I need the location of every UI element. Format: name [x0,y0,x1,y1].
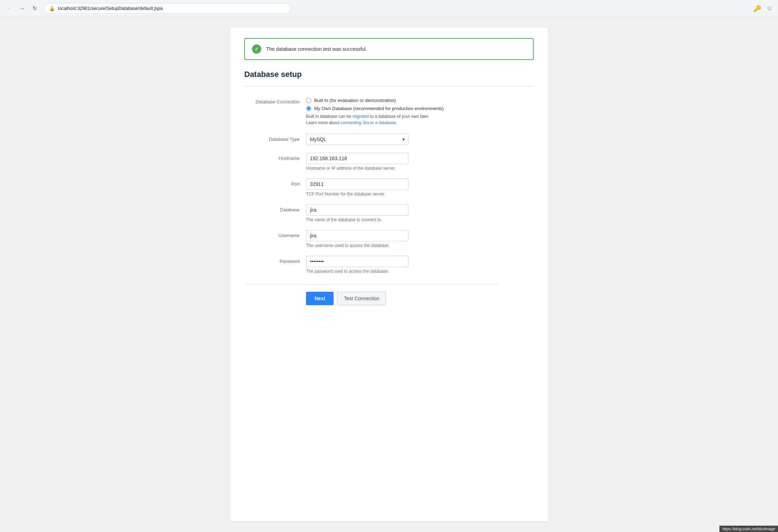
button-row: Next Test Connection [244,284,498,305]
password-row: Password The password used to access the… [244,256,498,274]
password-hint: The password used to access the database… [306,269,498,274]
database-type-select[interactable]: MySQL PostgreSQL Microsoft SQL Server Or… [306,134,408,145]
database-type-select-wrapper: MySQL PostgreSQL Microsoft SQL Server Or… [306,134,408,145]
database-name-field: The name of the database to connect to. [306,204,498,222]
radio-hint-text3: Learn more about [306,120,341,125]
radio-hint: Built in database can be migrated to a d… [306,113,498,126]
hostname-row: Hostname Hostname or IP address of the d… [244,153,498,171]
success-text: The database connection test was success… [266,46,367,52]
database-row: Database The name of the database to con… [244,204,498,222]
database-label: Database [244,204,306,212]
page-title: Database setup [244,70,534,79]
database-type-row: Database Type MySQL PostgreSQL Microsoft… [244,134,498,145]
password-label: Password [244,256,306,264]
page-wrapper: The database connection test was success… [0,17,778,532]
browser-actions: 🔑 ☆ [752,3,774,14]
next-button[interactable]: Next [306,292,334,305]
database-connection-field: Built In (for evaluation or demonstratio… [306,96,498,126]
forward-button[interactable]: → [17,4,27,13]
lock-icon: 🔒 [49,6,55,11]
hostname-input[interactable] [306,153,408,164]
radio-own-input[interactable] [306,106,311,111]
port-label: Port [244,179,306,187]
connecting-jira-link[interactable]: connecting Jira to a database [341,120,396,125]
port-field: TCP Port Number for the database server. [306,179,498,197]
password-input[interactable] [306,256,408,267]
port-row: Port TCP Port Number for the database se… [244,179,498,197]
database-name-input[interactable] [306,204,408,216]
radio-hint-text2: to a database of your own later. [369,114,429,119]
username-row: Username The username used to access the… [244,230,498,248]
key-icon[interactable]: 🔑 [752,3,762,14]
success-banner: The database connection test was success… [244,38,534,60]
browser-chrome: ← → ↻ 🔒 localhost:32901/secure/SetupData… [0,0,778,17]
database-type-field: MySQL PostgreSQL Microsoft SQL Server Or… [306,134,498,145]
address-bar[interactable]: 🔒 localhost:32901/secure/SetupDatabase!d… [44,3,291,14]
star-icon[interactable]: ☆ [765,3,774,14]
back-button[interactable]: ← [4,4,14,13]
hostname-hint: Hostname or IP address of the database s… [306,166,498,171]
section-divider [244,86,534,86]
url-text: localhost:32901/secure/SetupDatabase!def… [58,6,163,11]
hostname-field: Hostname or IP address of the database s… [306,153,498,171]
radio-group: Built In (for evaluation or demonstratio… [306,96,498,111]
port-hint: TCP Port Number for the database server. [306,192,498,197]
password-field: The password used to access the database… [306,256,498,274]
migrated-link[interactable]: migrated [352,114,369,119]
database-setup-form: Database Connection Built In (for evalua… [244,96,498,305]
radio-builtin-label: Built In (for evaluation or demonstratio… [314,98,396,103]
radio-builtin-option[interactable]: Built In (for evaluation or demonstratio… [306,98,498,103]
radio-builtin-input[interactable] [306,98,311,103]
username-field: The username used to access the database… [306,230,498,248]
radio-hint-text1: Built in database can be [306,114,352,119]
radio-hint-text4: . [396,120,397,125]
nav-buttons: ← → ↻ [4,4,40,13]
content-container: The database connection test was success… [230,28,548,521]
status-hint: https://blog.csdn.net/blurimage [719,526,778,532]
database-hint: The name of the database to connect to. [306,217,498,222]
test-connection-button[interactable]: Test Connection [337,292,386,305]
database-connection-label: Database Connection [244,96,306,104]
username-input[interactable] [306,230,408,241]
username-hint: The username used to access the database… [306,243,498,248]
reload-button[interactable]: ↻ [30,4,40,13]
database-type-label: Database Type [244,134,306,142]
port-input[interactable] [306,179,408,190]
radio-own-option[interactable]: My Own Database (recommended for product… [306,106,498,111]
database-connection-row: Database Connection Built In (for evalua… [244,96,498,126]
hostname-label: Hostname [244,153,306,161]
success-icon [252,44,261,54]
radio-own-label: My Own Database (recommended for product… [314,106,444,111]
username-label: Username [244,230,306,238]
